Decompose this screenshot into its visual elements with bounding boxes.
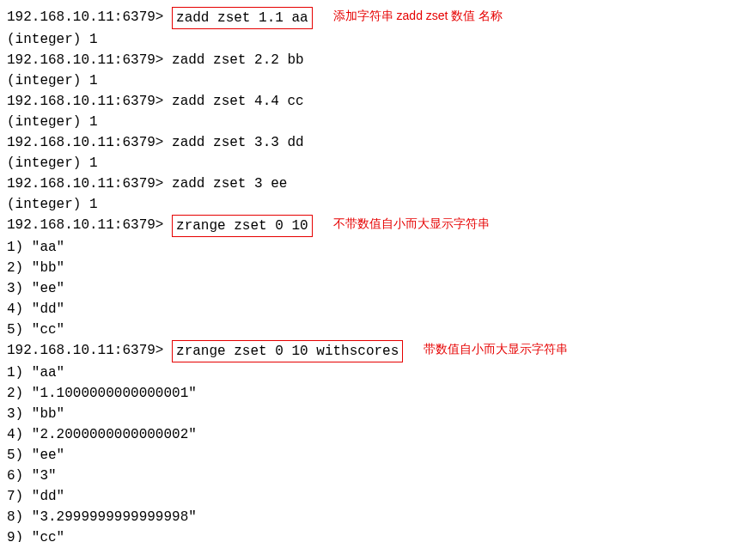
command-text: zadd zset 4.4 cc xyxy=(172,91,304,112)
annotation-1: 添加字符串 zadd zset 数值 名称 xyxy=(333,7,503,25)
cmd-line-7: 192.168.10.11:6379> zrange zset 0 10 wit… xyxy=(7,340,749,362)
output-result: (integer) 1 xyxy=(7,112,749,132)
cmd-line-1: 192.168.10.11:6379> zadd zset 1.1 aa 添加字… xyxy=(7,7,749,29)
prompt: 192.168.10.11:6379> xyxy=(7,7,163,27)
prompt: 192.168.10.11:6379> xyxy=(7,132,163,153)
highlighted-command-1: zadd zset 1.1 aa xyxy=(172,7,313,29)
cmd-line-5: 192.168.10.11:6379> zadd zset 3 ee xyxy=(7,174,749,194)
highlighted-command-2: zrange zset 0 10 xyxy=(172,215,313,237)
output-result: (integer) 1 xyxy=(7,70,749,91)
command-text: zadd zset 3.3 dd xyxy=(172,132,304,153)
output-row: 3) "bb" xyxy=(7,404,749,424)
output-result: (integer) 1 xyxy=(7,29,749,50)
prompt: 192.168.10.11:6379> xyxy=(7,50,163,70)
prompt: 192.168.10.11:6379> xyxy=(7,340,163,361)
cmd-line-4: 192.168.10.11:6379> zadd zset 3.3 dd xyxy=(7,132,749,153)
output-row: 1) "aa" xyxy=(7,362,749,383)
output-row: 4) "2.2000000000000002" xyxy=(7,424,749,445)
output-result: (integer) 1 xyxy=(7,153,749,174)
command-text: zadd zset 2.2 bb xyxy=(172,50,304,70)
cmd-line-2: 192.168.10.11:6379> zadd zset 2.2 bb xyxy=(7,50,749,70)
cmd-line-6: 192.168.10.11:6379> zrange zset 0 10 不带数… xyxy=(7,215,749,237)
prompt: 192.168.10.11:6379> xyxy=(7,91,163,112)
output-result: (integer) 1 xyxy=(7,194,749,215)
annotation-2: 不带数值自小而大显示字符串 xyxy=(333,215,490,233)
cmd-line-3: 192.168.10.11:6379> zadd zset 4.4 cc xyxy=(7,91,749,112)
output-row: 8) "3.2999999999999998" xyxy=(7,507,749,527)
prompt: 192.168.10.11:6379> xyxy=(7,174,163,194)
output-row: 7) "dd" xyxy=(7,486,749,507)
output-row: 1) "aa" xyxy=(7,237,749,258)
annotation-3: 带数值自小而大显示字符串 xyxy=(424,340,568,358)
output-row: 4) "dd" xyxy=(7,299,749,320)
output-row: 2) "bb" xyxy=(7,258,749,278)
terminal-output: 192.168.10.11:6379> zadd zset 1.1 aa 添加字… xyxy=(7,7,749,542)
output-row: 3) "ee" xyxy=(7,278,749,299)
output-row: 5) "ee" xyxy=(7,445,749,466)
highlighted-command-3: zrange zset 0 10 withscores xyxy=(172,340,403,362)
output-row: 6) "3" xyxy=(7,466,749,486)
output-row: 2) "1.1000000000000001" xyxy=(7,383,749,404)
prompt: 192.168.10.11:6379> xyxy=(7,215,163,235)
output-row: 5) "cc" xyxy=(7,320,749,340)
command-text: zadd zset 3 ee xyxy=(172,174,287,194)
output-row: 9) "cc" xyxy=(7,527,749,542)
